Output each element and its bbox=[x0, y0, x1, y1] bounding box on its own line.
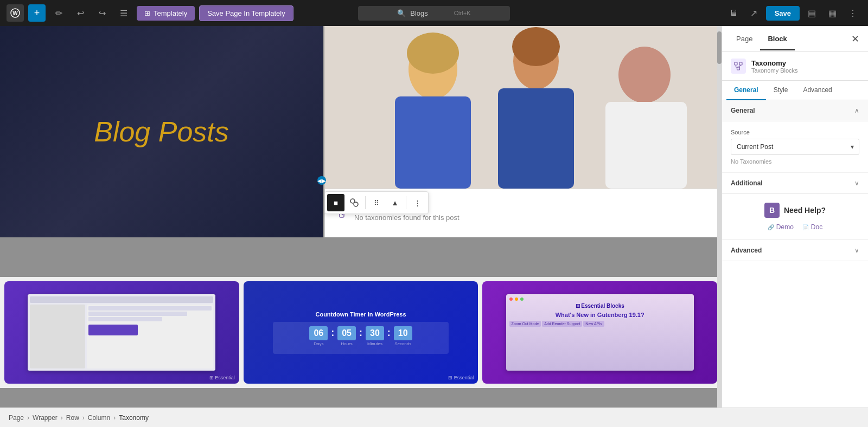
toolbar-drag-button[interactable]: ⠿ bbox=[368, 194, 385, 211]
general-section-header[interactable]: General ∧ bbox=[722, 100, 868, 121]
additional-chevron[interactable]: ∨ bbox=[854, 179, 859, 187]
block-toolbar: ■ ⠿ ▲ ⋮ bbox=[324, 191, 429, 214]
general-section-chevron[interactable]: ∧ bbox=[854, 107, 859, 114]
svg-rect-19 bbox=[735, 62, 737, 65]
tab-page[interactable]: Page bbox=[729, 28, 760, 50]
advanced-section[interactable]: Advanced ∨ bbox=[722, 240, 868, 261]
breadcrumb-sep-1: › bbox=[27, 414, 29, 422]
additional-section[interactable]: Additional ∨ bbox=[722, 173, 868, 194]
undo-button[interactable]: ↩ bbox=[72, 4, 89, 22]
svg-point-13 bbox=[354, 202, 358, 206]
additional-label: Additional bbox=[731, 179, 763, 187]
countdown-hours-label: Hours bbox=[337, 341, 356, 346]
need-help-icon: B bbox=[764, 203, 780, 218]
cards-area: ⊞ Essential Countdown Timer In WordPress… bbox=[0, 277, 722, 388]
sub-tab-general[interactable]: General bbox=[726, 81, 766, 100]
canvas-area: Blog Posts bbox=[0, 26, 722, 407]
breadcrumb-page[interactable]: Page bbox=[9, 414, 24, 422]
panel-right-button[interactable]: ▦ bbox=[824, 4, 841, 22]
breadcrumb-wrapper[interactable]: Wrapper bbox=[33, 414, 58, 422]
svg-rect-5 bbox=[395, 96, 471, 189]
need-help-section: B Need Help? 🔗 Demo 📄 Doc bbox=[722, 194, 868, 240]
blog-posts-block: Blog Posts bbox=[0, 26, 323, 237]
save-page-button[interactable]: Save Page In Templately bbox=[199, 5, 293, 21]
countdown-minutes-label: Minutes bbox=[366, 341, 384, 346]
top-bar: W + ✏ ↩ ↪ ☰ ⊞ Templately Save Page In Te… bbox=[0, 0, 868, 26]
desktop-view-button[interactable]: 🖥 bbox=[725, 4, 742, 22]
toolbar-transform-button[interactable] bbox=[346, 194, 363, 211]
toolbar-block-type-button[interactable]: ■ bbox=[327, 194, 344, 211]
wp-logo[interactable]: W bbox=[7, 4, 24, 22]
card1-badge: ⊞ Essential bbox=[209, 375, 235, 380]
card2-badge: ⊞ Essential bbox=[448, 375, 474, 380]
doc-icon: 📄 bbox=[802, 224, 809, 230]
panel-close-button[interactable]: ✕ bbox=[849, 31, 861, 47]
demo-link[interactable]: 🔗 Demo bbox=[768, 223, 794, 231]
svg-point-10 bbox=[407, 33, 459, 74]
panel-block-info: Taxonomy Taxonomy Blocks bbox=[722, 52, 868, 81]
block-sub-text: Taxonomy Blocks bbox=[751, 67, 798, 74]
more-options-button[interactable]: ⋮ bbox=[844, 4, 861, 22]
card-3[interactable]: ⊞ Essential Blocks What's New in Gutenbe… bbox=[482, 281, 717, 384]
countdown-minutes: 30 bbox=[366, 326, 384, 340]
advanced-chevron[interactable]: ∨ bbox=[854, 247, 859, 254]
templately-button[interactable]: ⊞ Templately bbox=[137, 6, 195, 21]
templately-label: Templately bbox=[154, 9, 187, 17]
demo-icon: 🔗 bbox=[768, 224, 774, 230]
gutenberg-text: What's New in Gutenberg 19.1? bbox=[509, 311, 691, 319]
source-label: Source bbox=[731, 129, 859, 135]
pencil-icon[interactable]: ✏ bbox=[50, 4, 67, 22]
source-select[interactable]: Current Post bbox=[731, 139, 859, 155]
card2-title: Countdown Timer In WordPress bbox=[315, 311, 406, 318]
image-block[interactable] bbox=[324, 26, 720, 189]
toolbar-more-button[interactable]: ⋮ bbox=[409, 194, 426, 211]
countdown-days-label: Days bbox=[309, 341, 328, 346]
redo-button[interactable]: ↪ bbox=[93, 4, 111, 22]
source-field-group: Source Current Post No Taxonomies bbox=[722, 121, 868, 173]
toolbar-separator bbox=[365, 196, 366, 209]
svg-point-8 bbox=[618, 47, 671, 103]
toolbar-separator-2 bbox=[406, 196, 406, 209]
external-link-button[interactable]: ↗ bbox=[745, 4, 763, 22]
tab-block[interactable]: Block bbox=[760, 28, 794, 50]
svg-line-23 bbox=[738, 65, 741, 67]
canvas-scrollbar[interactable] bbox=[717, 26, 722, 407]
panel-sub-tabs: General Style Advanced bbox=[722, 81, 868, 100]
drag-handle[interactable]: ◀▶ bbox=[317, 176, 326, 185]
save-label: Save bbox=[775, 9, 791, 17]
save-button[interactable]: Save bbox=[766, 6, 800, 21]
templately-icon: ⊞ bbox=[144, 9, 150, 17]
svg-rect-20 bbox=[739, 62, 742, 65]
blog-posts-title: Blog Posts bbox=[94, 115, 229, 148]
no-taxonomies-text: No Taxonomies bbox=[731, 158, 859, 165]
advanced-label: Advanced bbox=[731, 247, 762, 254]
demo-label: Demo bbox=[776, 223, 794, 231]
breadcrumb-column[interactable]: Column bbox=[88, 414, 110, 422]
breadcrumb-sep-2: › bbox=[61, 414, 63, 422]
menu-button[interactable]: ☰ bbox=[115, 4, 132, 22]
search-shortcut: Ctrl+K bbox=[454, 10, 471, 16]
card-2[interactable]: Countdown Timer In WordPress 06 Days : 0… bbox=[244, 281, 478, 384]
breadcrumb-taxonomy[interactable]: Taxonomy bbox=[119, 414, 149, 422]
panel-left-button[interactable]: ▤ bbox=[803, 4, 820, 22]
doc-link[interactable]: 📄 Doc bbox=[802, 223, 822, 231]
breadcrumb-sep-4: › bbox=[113, 414, 116, 422]
search-bar[interactable]: 🔍 Blogs Ctrl+K bbox=[358, 6, 510, 21]
sub-tab-advanced[interactable]: Advanced bbox=[795, 81, 839, 100]
scrollbar-thumb[interactable] bbox=[717, 31, 722, 64]
main-layout: Blog Posts bbox=[0, 26, 868, 407]
need-help-title: Need Help? bbox=[784, 206, 826, 215]
doc-label: Doc bbox=[811, 223, 822, 231]
need-help-header: B Need Help? bbox=[731, 203, 859, 218]
taxonomy-sub-text: No taxonomies found for this post bbox=[354, 214, 459, 222]
search-icon: 🔍 bbox=[397, 9, 406, 17]
card-1[interactable]: ⊞ Essential bbox=[4, 281, 239, 384]
sub-tab-style[interactable]: Style bbox=[766, 81, 796, 100]
breadcrumb-row[interactable]: Row bbox=[66, 414, 79, 422]
svg-rect-9 bbox=[605, 102, 687, 189]
add-block-button[interactable]: + bbox=[28, 4, 46, 22]
toolbar-move-up-button[interactable]: ▲ bbox=[386, 194, 404, 211]
block-icon-small bbox=[731, 59, 746, 74]
countdown-hours: 05 bbox=[337, 326, 356, 340]
general-section-title: General bbox=[731, 107, 755, 114]
